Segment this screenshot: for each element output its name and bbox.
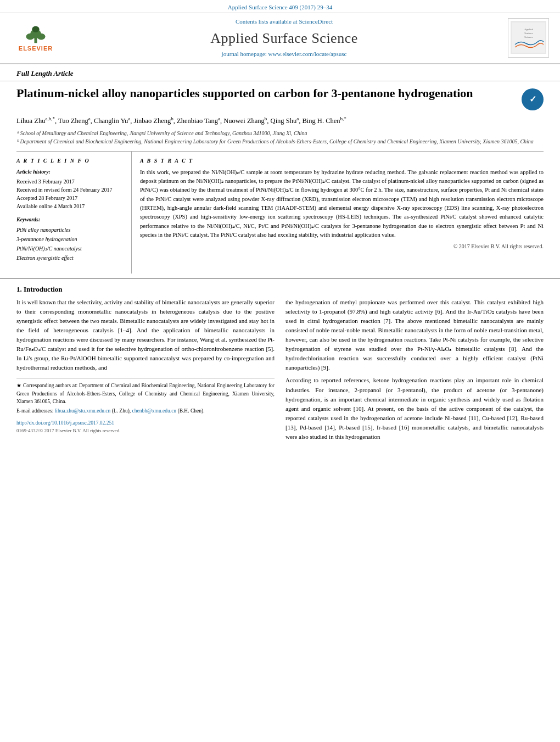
abstract-column: A B S T R A C T In this work, we prepare… <box>132 152 544 274</box>
svg-point-4 <box>32 26 39 32</box>
intro-para-2: the hydrogenation of methyl propionate w… <box>285 298 544 372</box>
available-date: Available online 4 March 2017 <box>16 202 123 210</box>
article-title-row: Platinum-nickel alloy nanoparticles supp… <box>16 86 544 110</box>
journal-header-center: Contents lists available at ScienceDirec… <box>71 18 497 58</box>
sciencedirect-link[interactable]: ScienceDirect <box>299 18 333 25</box>
journal-reference: Applied Surface Science 409 (2017) 29–34 <box>0 0 560 13</box>
journal-logo-image: Applied Surface Science <box>511 21 546 54</box>
footer-issn: 0169-4332/© 2017 Elsevier B.V. All right… <box>16 427 275 435</box>
article-main: Platinum-nickel alloy nanoparticles supp… <box>0 81 560 274</box>
elsevier-logo: ELSEVIER <box>11 24 60 53</box>
abstract-heading: A B S T R A C T <box>140 157 544 165</box>
email-link-1[interactable]: lihua.zhu@stu.xmu.edu.cn <box>55 408 111 414</box>
keywords-list: PtNi alloy nanoparticles 3-pentanone hyd… <box>16 225 123 263</box>
doi-link: http://dx.doi.org/10.1016/j.apsusc.2017.… <box>16 419 275 427</box>
body-col-right: the hydrogenation of methyl propionate w… <box>285 298 544 445</box>
keyword-3: PtNi/Ni(OH)₂/C nanocatalyst <box>16 244 123 253</box>
keyword-1: PtNi alloy nanoparticles <box>16 225 123 235</box>
homepage-line: journal homepage: www.elsevier.com/locat… <box>71 50 497 58</box>
body-two-columns: It is well known that the selectivity, a… <box>16 298 544 445</box>
svg-point-2 <box>26 34 35 40</box>
intro-para-3: According to reported references, ketone… <box>285 376 544 441</box>
section1-title: 1. Introduction <box>16 284 544 294</box>
svg-text:Applied: Applied <box>524 28 533 31</box>
contents-available-line: Contents lists available at ScienceDirec… <box>71 18 497 26</box>
affiliations: ᵃ School of Metallurgy and Chemical Engi… <box>16 129 544 146</box>
elsevier-wordmark: ELSEVIER <box>19 44 53 53</box>
crossmark-badge[interactable]: ✓ <box>522 88 544 110</box>
article-title: Platinum-nickel alloy nanoparticles supp… <box>16 86 522 102</box>
accepted-date: Accepted 28 February 2017 <box>16 194 123 202</box>
keyword-4: Electron synergistic effect <box>16 253 123 263</box>
journal-logo-box: Applied Surface Science <box>508 18 549 58</box>
keywords-heading: Keywords: <box>16 216 123 224</box>
svg-text:Surface: Surface <box>524 32 533 35</box>
svg-text:✓: ✓ <box>529 94 536 104</box>
article-info-column: A R T I C L E I N F O Article history: R… <box>16 152 132 274</box>
keyword-2: 3-pentanone hydrogenation <box>16 235 123 244</box>
body-col-left: It is well known that the selectivity, a… <box>16 298 275 445</box>
keywords-section: Keywords: PtNi alloy nanoparticles 3-pen… <box>16 216 123 263</box>
email-link-2[interactable]: chenbh@xmu.edu.cn <box>132 408 177 414</box>
article-history-section: Article history: Received 3 February 201… <box>16 168 123 210</box>
homepage-link[interactable]: www.elsevier.com/locate/apsusc <box>268 51 347 57</box>
journal-title: Applied Surface Science <box>71 29 497 48</box>
svg-point-3 <box>37 34 46 40</box>
affiliation-b: ᵇ Department of Chemical and Biochemical… <box>16 137 544 146</box>
affiliation-a: ᵃ School of Metallurgy and Chemical Engi… <box>16 129 544 137</box>
abstract-text: In this work, we prepared the Ni/Ni(OH)₂… <box>140 168 544 239</box>
revised-date: Received in revised form 24 February 201… <box>16 186 123 194</box>
header: ELSEVIER Contents lists available at Sci… <box>0 13 560 64</box>
footnote-corresponding: ★ Corresponding authors at: Department o… <box>16 382 275 405</box>
footnote-area: ★ Corresponding authors at: Department o… <box>16 378 275 415</box>
article-info-heading: A R T I C L E I N F O <box>16 157 123 165</box>
copyright-line: © 2017 Elsevier B.V. All rights reserved… <box>140 243 544 250</box>
article-type: Full Length Article <box>0 64 560 81</box>
history-heading: Article history: <box>16 168 123 176</box>
main-body: 1. Introduction It is well known that th… <box>0 278 560 450</box>
authors: Lihua Zhua,b,*, Tuo Zhenga, Changlin Yua… <box>16 115 544 126</box>
intro-para-1: It is well known that the selectivity, a… <box>16 298 275 372</box>
info-abstract-section: A R T I C L E I N F O Article history: R… <box>16 151 544 274</box>
doi-url[interactable]: http://dx.doi.org/10.1016/j.apsusc.2017.… <box>16 420 114 426</box>
svg-text:Science: Science <box>524 36 533 38</box>
footnote-email: E-mail addresses: lihua.zhu@stu.xmu.edu.… <box>16 407 275 415</box>
received-date: Received 3 February 2017 <box>16 177 123 186</box>
